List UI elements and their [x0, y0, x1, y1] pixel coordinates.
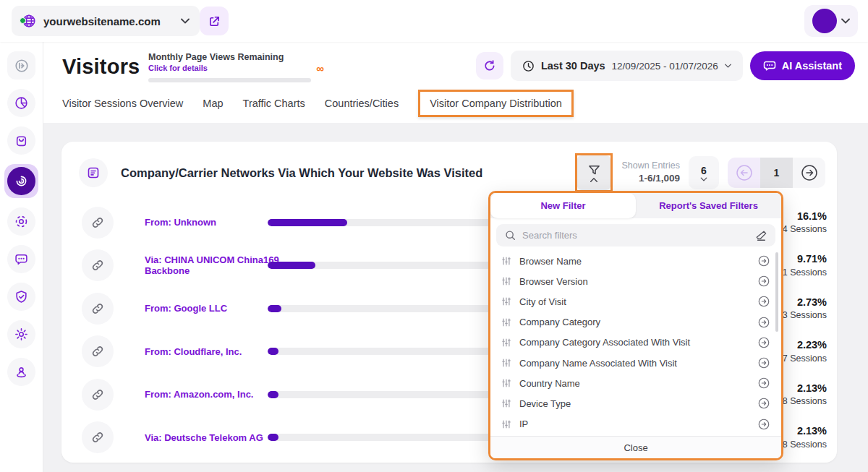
filter-button[interactable]	[577, 155, 610, 190]
close-button[interactable]: Close	[490, 436, 781, 458]
shown-entries-label: Shown Entries	[621, 160, 680, 172]
filter-item-company-category[interactable]: Company Category	[490, 312, 781, 332]
tab-countries-cities[interactable]: Countries/Cities	[325, 98, 399, 109]
ai-assistant-label: AI Assistant	[782, 60, 842, 72]
clock-icon	[522, 60, 535, 72]
sliders-icon	[501, 378, 511, 388]
search-input[interactable]	[522, 230, 749, 241]
annotation-box-active-tab: Visitor Company Distribution	[418, 90, 574, 117]
chevron-down-icon	[181, 18, 190, 24]
filter-item-city-of-visit[interactable]: City of Visit	[490, 291, 781, 312]
sliders-icon	[501, 419, 511, 429]
filter-item-browser-name[interactable]: Browser Name	[490, 251, 781, 271]
sidebar-item-settings[interactable]	[7, 320, 35, 348]
date-range-value: 12/09/2025 - 01/07/2026	[612, 61, 718, 72]
expand-icon	[14, 59, 29, 73]
filter-item-company-name-associated[interactable]: Company Name Associated With Visit	[490, 353, 781, 373]
website-name: yourwebsitename.com	[43, 15, 161, 27]
arrow-right-circle-icon	[757, 295, 770, 308]
filter-item-label: Device Type	[519, 398, 749, 409]
filter-item-company-category-associated[interactable]: Company Category Associated With Visit	[490, 332, 781, 353]
filter-item-label: IP	[519, 419, 749, 429]
date-range-picker[interactable]: Last 30 Days 12/09/2025 - 01/07/2026	[511, 51, 743, 81]
link-icon	[82, 335, 114, 367]
arrow-right-circle-icon	[757, 377, 770, 390]
filter-item-label: Company Name Associated With Visit	[519, 358, 749, 369]
tab-new-filter[interactable]: New Filter	[490, 193, 636, 218]
website-selector[interactable]: yourwebsitename.com	[12, 6, 200, 36]
quota-label: Monthly Page Views Remaining	[148, 52, 311, 62]
page-size-value: 6	[701, 165, 707, 176]
chat-bubble-icon	[14, 252, 28, 266]
visitors-radar-icon	[7, 167, 35, 195]
tab-saved-filters[interactable]: Report's Saved Filters	[636, 193, 781, 218]
report-tabs: Visitor Sessions Overview Map Traffic Ch…	[62, 90, 574, 117]
arrow-left-circle-icon	[735, 163, 754, 182]
sidebar-item-ecommerce[interactable]	[7, 126, 35, 155]
ai-assistant-button[interactable]: AI Assistant	[750, 51, 855, 80]
filter-item-label: Browser Version	[519, 276, 749, 287]
filter-item-label: Browser Name	[519, 256, 749, 267]
arrow-right-circle-icon	[757, 316, 770, 329]
filter-item-ip[interactable]: IP	[490, 414, 781, 434]
link-icon	[82, 293, 114, 325]
pagination: 1	[728, 158, 825, 188]
filter-item-browser-version[interactable]: Browser Version	[490, 271, 781, 291]
filter-item-label: Company Category	[519, 317, 749, 327]
open-website-button[interactable]	[200, 7, 229, 35]
infinity-value: ∞	[316, 62, 324, 74]
filter-item-country-name[interactable]: Country Name	[490, 373, 781, 393]
tab-traffic-charts[interactable]: Traffic Charts	[243, 98, 305, 109]
page-size-selector[interactable]: 6	[689, 156, 719, 189]
chevron-up-icon	[590, 178, 598, 182]
sidebar-item-communication[interactable]	[7, 245, 35, 273]
chevron-down-icon	[841, 18, 850, 24]
tab-map[interactable]: Map	[203, 98, 223, 109]
arrow-right-circle-icon	[757, 356, 770, 369]
status-dot	[20, 17, 26, 24]
card-title: Company/Carrier Networks Via Which Your …	[121, 166, 482, 180]
tab-visitor-company-distribution[interactable]: Visitor Company Distribution	[430, 98, 562, 109]
panel-scrollbar[interactable]	[775, 252, 778, 332]
search-icon	[505, 230, 516, 241]
annotation-box-filter-button	[575, 153, 613, 192]
sidebar-item-privacy[interactable]	[7, 283, 35, 311]
location-person-icon	[14, 365, 28, 379]
tab-visitor-sessions-overview[interactable]: Visitor Sessions Overview	[62, 98, 183, 109]
sidebar-item-visitors[interactable]	[4, 164, 38, 198]
refresh-button[interactable]	[476, 52, 503, 80]
filter-list: Browser Name Browser Version City of Vis…	[490, 249, 781, 436]
prev-page-button[interactable]	[728, 158, 760, 188]
sliders-icon	[501, 338, 511, 348]
eraser-icon[interactable]	[755, 230, 767, 241]
user-menu[interactable]	[804, 5, 858, 37]
page-header: Visitors Monthly Page Views Remaining Cl…	[43, 42, 868, 123]
sliders-icon	[501, 398, 511, 408]
sidebar-item-dashboard[interactable]	[7, 89, 35, 117]
avatar	[812, 9, 837, 33]
scan-icon	[14, 215, 28, 228]
quota-details-link[interactable]: Click for details	[148, 64, 311, 72]
sliders-icon	[501, 256, 511, 266]
refresh-icon	[483, 59, 496, 72]
shown-entries: Shown Entries 1-6/1,009	[621, 160, 680, 185]
filter-item-label: Country Name	[519, 378, 749, 389]
filter-item-device-type[interactable]: Device Type	[490, 393, 781, 413]
arrow-right-circle-icon	[800, 163, 819, 182]
sidebar-item-behaviour[interactable]	[7, 207, 35, 236]
pie-chart-icon	[14, 96, 28, 110]
sidebar-item-expand[interactable]	[7, 51, 35, 80]
link-icon	[82, 379, 114, 411]
globe-icon	[22, 14, 36, 28]
sliders-icon	[501, 296, 511, 306]
report-doc-icon	[79, 158, 108, 187]
sliders-icon	[501, 276, 511, 286]
sidebar-item-locations[interactable]	[7, 358, 35, 386]
next-page-button[interactable]	[793, 158, 825, 188]
shopping-bag-icon	[14, 134, 28, 147]
quota-progress-bar	[148, 78, 311, 82]
filter-panel-tabs: New Filter Report's Saved Filters	[490, 193, 781, 218]
filter-search[interactable]	[496, 224, 775, 246]
arrow-right-circle-icon	[757, 336, 770, 349]
link-icon	[82, 207, 114, 239]
